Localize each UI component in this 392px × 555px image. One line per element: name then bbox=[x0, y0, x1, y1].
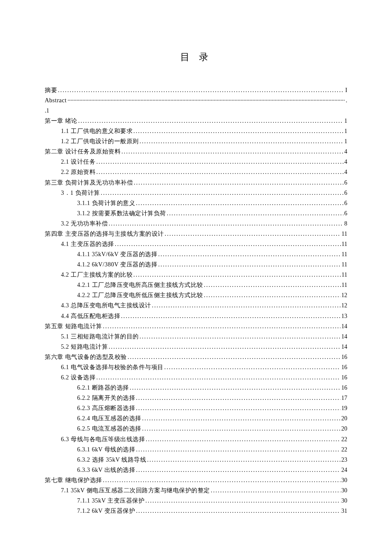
toc-entry: 6.3.3 6kV 出线的选择 24 bbox=[45, 465, 347, 475]
toc-entry: 6.2.1 断路器的选择16 bbox=[45, 383, 347, 393]
toc-entry-page: 11 bbox=[342, 280, 347, 290]
toc-entry-label: 第一章 绪论 bbox=[45, 116, 78, 126]
toc-entry-page: 19 bbox=[341, 403, 347, 413]
toc-entry-leader bbox=[78, 116, 344, 126]
table-of-contents: 摘要IAbstract..1第一章 绪论11.1 工厂供电的意义和要求 11.2… bbox=[45, 85, 347, 516]
toc-entry-leader bbox=[167, 208, 344, 219]
toc-entry: 5.1 三相短路电流计算的目的14 bbox=[45, 332, 347, 342]
toc-entry-leader bbox=[158, 260, 340, 270]
toc-entry-leader bbox=[133, 126, 343, 136]
toc-entry-label: 7.1.1 35kV 主变压器保护 bbox=[77, 496, 144, 506]
toc-entry-label: 4.2 工厂主接线方案的比较 bbox=[61, 270, 133, 280]
toc-entry-page: 11 bbox=[342, 229, 347, 239]
toc-entry-page: 1 bbox=[344, 136, 347, 147]
toc-entry-label: 第二章 设计任务及原始资料 bbox=[45, 147, 121, 157]
toc-entry: 4.3 总降压变电所电气主接线设计12 bbox=[45, 301, 347, 311]
toc-entry-label: 3.2 无功功率补偿 bbox=[61, 219, 108, 229]
toc-entry: 第二章 设计任务及原始资料4 bbox=[45, 147, 347, 157]
toc-entry-page: 20 bbox=[341, 424, 347, 434]
toc-entry-leader bbox=[204, 280, 341, 290]
toc-entry-leader bbox=[133, 270, 341, 280]
toc-entry-label: 第四章 主变压器的选择与主接线方案的设计 bbox=[45, 229, 164, 239]
toc-entry-label: 6.2 设备选择 bbox=[61, 373, 95, 383]
toc-entry: 第一章 绪论1 bbox=[45, 116, 347, 126]
toc-entry-leader bbox=[142, 424, 341, 434]
toc-entry-page: 12 bbox=[341, 290, 347, 301]
toc-entry-page: 22 bbox=[341, 445, 347, 455]
toc-entry: 3.1.1 负荷计算的意义6 bbox=[45, 198, 347, 208]
toc-entry-page: 16 bbox=[341, 362, 347, 373]
toc-entry-page: 14 bbox=[341, 321, 347, 332]
toc-entry-leader bbox=[134, 178, 343, 188]
toc-entry-page: 4 bbox=[344, 167, 347, 177]
toc-entry: 4.1.1 35kV/6kV 变压器的选择 11 bbox=[45, 249, 347, 260]
toc-entry-leader bbox=[211, 486, 340, 496]
toc-entry-page: 16 bbox=[341, 373, 347, 383]
toc-entry-leader bbox=[136, 445, 340, 455]
toc-entry-leader bbox=[130, 383, 341, 393]
toc-entry-leader bbox=[115, 239, 341, 249]
toc-entry-page: 13 bbox=[341, 311, 347, 321]
toc-entry-page: 11 bbox=[342, 260, 347, 270]
toc-entry-leader bbox=[140, 332, 341, 342]
toc-entry-leader bbox=[96, 373, 340, 383]
toc-entry: 7.1 35kV 侧电压互感器二次回路方案与继电保护的整定 30 bbox=[45, 486, 347, 496]
toc-entry-page: 16 bbox=[341, 383, 347, 393]
toc-entry-page: 24 bbox=[341, 465, 347, 475]
toc-entry-page: 1 bbox=[344, 116, 347, 126]
toc-entry-page: 31 bbox=[341, 506, 347, 516]
toc-entry-leader bbox=[109, 219, 343, 229]
toc-entry-label: 4.3 总降压变电所电气主接线设计 bbox=[61, 301, 151, 311]
toc-entry-page: 1 bbox=[344, 126, 347, 136]
toc-entry-label: 6.2.2 隔离开关的选择 bbox=[77, 393, 135, 403]
toc-entry-label: 6.2.4 电压互感器的选择 bbox=[77, 413, 141, 424]
toc-entry: 第六章 电气设备的选型及校验16 bbox=[45, 352, 347, 362]
toc-entry-label: 第六章 电气设备的选型及校验 bbox=[45, 352, 127, 362]
toc-entry: Abstract. bbox=[45, 95, 347, 106]
toc-entry: 第七章 继电保护选择30 bbox=[45, 475, 347, 486]
toc-entry: 3.1.2 按需要系数法确定计算负荷6 bbox=[45, 208, 347, 219]
toc-entry-leader bbox=[58, 85, 344, 95]
toc-entry-label: 第五章 短路电流计算 bbox=[45, 321, 102, 332]
toc-entry: 6.2 设备选择16 bbox=[45, 373, 347, 383]
toc-entry-leader bbox=[136, 393, 340, 403]
toc-entry-label: 6.2.1 断路器的选择 bbox=[77, 383, 129, 393]
toc-entry-label: 3．1 负荷计算 bbox=[61, 188, 100, 198]
toc-entry-leader bbox=[165, 229, 341, 239]
toc-entry-page: . bbox=[346, 95, 348, 106]
toc-entry: 4.1 主变压器的选择11 bbox=[45, 239, 347, 249]
toc-entry-leader bbox=[140, 136, 344, 147]
toc-entry-label: 5.1 三相短路电流计算的目的 bbox=[61, 332, 139, 342]
toc-entry-label: 1.1 工厂供电的意义和要求 bbox=[61, 126, 133, 136]
toc-entry-page: 22 bbox=[341, 434, 347, 445]
toc-entry-leader bbox=[121, 311, 340, 321]
toc-entry: 7.1.1 35kV 主变压器保护 30 bbox=[45, 496, 347, 506]
toc-entry: 6.2.4 电压互感器的选择20 bbox=[45, 413, 347, 424]
toc-entry: 第五章 短路电流计算14 bbox=[45, 321, 347, 332]
toc-entry-label: 6.3 母线与各电压等级出线选择 bbox=[61, 434, 145, 445]
page-title: 目 录 bbox=[45, 49, 347, 65]
toc-entry-label: 5.2 短路电流计算 bbox=[61, 342, 108, 352]
toc-entry-leader bbox=[146, 434, 340, 445]
toc-entry: 4.2 工厂主接线方案的比较11 bbox=[45, 270, 347, 280]
toc-entry-leader bbox=[96, 157, 343, 167]
toc-entry-leader bbox=[164, 362, 341, 373]
toc-entry-label: 4.1.1 35kV/6kV 变压器的选择 bbox=[77, 249, 157, 260]
toc-entry: 6.2.2 隔离开关的选择17 bbox=[45, 393, 347, 403]
toc-entry-page: 14 bbox=[341, 342, 347, 352]
toc-entry-label: 6.2.5 电流互感器的选择 bbox=[77, 424, 141, 434]
toc-entry-label: 6.1 电气设备选择与校验的条件与项目 bbox=[61, 362, 164, 373]
toc-entry-orphan: .1 bbox=[45, 106, 347, 116]
toc-entry-leader bbox=[152, 301, 341, 311]
toc-entry: 6.3 母线与各电压等级出线选择22 bbox=[45, 434, 347, 445]
toc-entry: 3．1 负荷计算 6 bbox=[45, 188, 347, 198]
toc-entry-label: 2.2 原始资料 bbox=[61, 167, 95, 177]
toc-entry-leader bbox=[96, 167, 343, 177]
toc-entry-label: 4.1.2 6kV/380V 变压器的选择 bbox=[77, 260, 157, 270]
toc-entry-page: 11 bbox=[342, 239, 347, 249]
toc-entry-leader bbox=[109, 342, 340, 352]
toc-entry: 2.2 原始资料4 bbox=[45, 167, 347, 177]
toc-entry: 5.2 短路电流计算14 bbox=[45, 342, 347, 352]
toc-entry: 6.2.5 电流互感器的选择20 bbox=[45, 424, 347, 434]
toc-entry-page: 4 bbox=[344, 147, 347, 157]
